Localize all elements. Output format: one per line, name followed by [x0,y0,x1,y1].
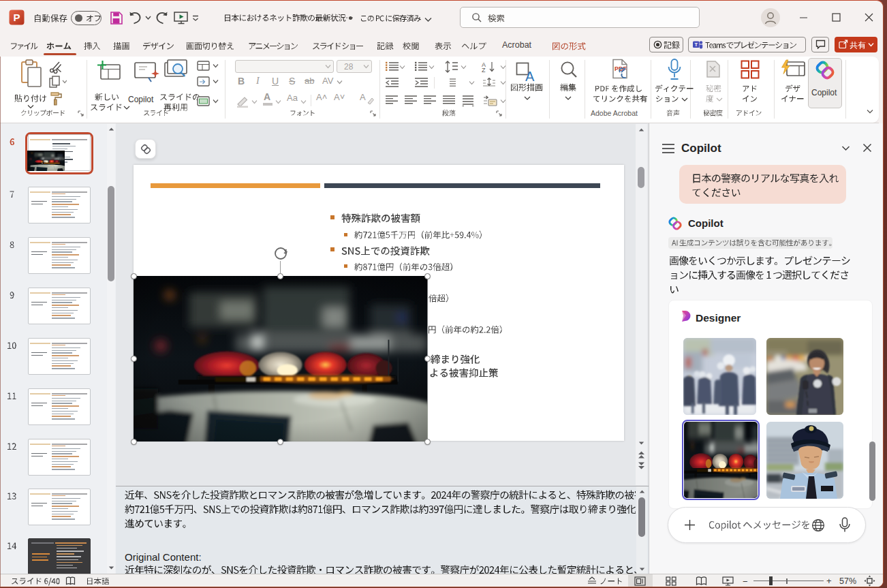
svg-text:P: P [13,12,20,23]
svg-text:Z: Z [482,67,486,73]
svg-text:T: T [694,42,698,48]
svg-text:A: A [525,69,535,82]
